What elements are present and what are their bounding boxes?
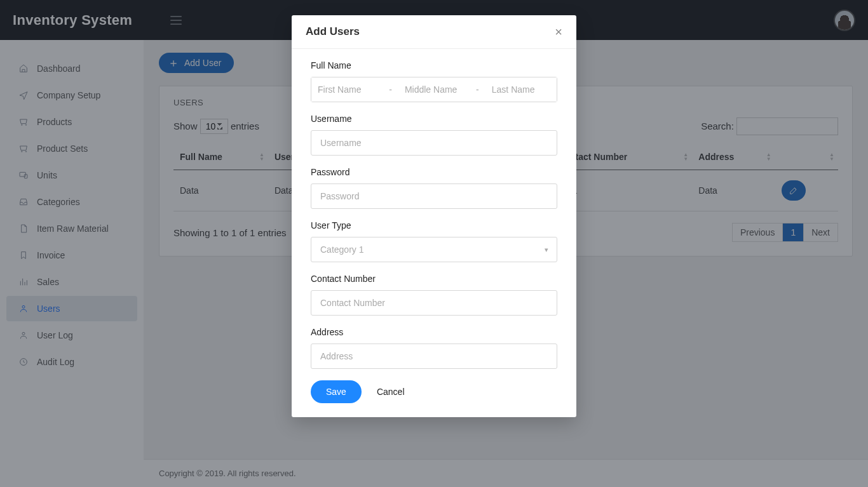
name-separator: -	[386, 84, 395, 95]
close-icon: ×	[555, 25, 562, 39]
contact-label: Contact Number	[311, 274, 557, 284]
usertype-label: User Type	[311, 220, 557, 230]
close-button[interactable]: ×	[555, 25, 562, 38]
usertype-select[interactable]: Category 1	[311, 237, 557, 262]
password-input[interactable]	[311, 183, 557, 209]
contact-input[interactable]	[311, 290, 557, 316]
password-label: Password	[311, 167, 557, 177]
save-button[interactable]: Save	[311, 380, 362, 403]
first-name-input[interactable]	[311, 77, 383, 102]
modal-title: Add Users	[306, 25, 360, 38]
last-name-input[interactable]	[485, 77, 557, 102]
cancel-button[interactable]: Cancel	[377, 387, 405, 397]
username-label: Username	[311, 114, 557, 124]
address-input[interactable]	[311, 344, 557, 369]
full-name-row: - -	[311, 77, 557, 102]
username-input[interactable]	[311, 130, 557, 156]
full-name-label: Full Name	[311, 60, 557, 70]
middle-name-input[interactable]	[398, 77, 470, 102]
name-separator: -	[473, 84, 482, 95]
add-user-modal: Add Users × Full Name - - Username Passw…	[292, 15, 576, 417]
address-label: Address	[311, 327, 557, 337]
